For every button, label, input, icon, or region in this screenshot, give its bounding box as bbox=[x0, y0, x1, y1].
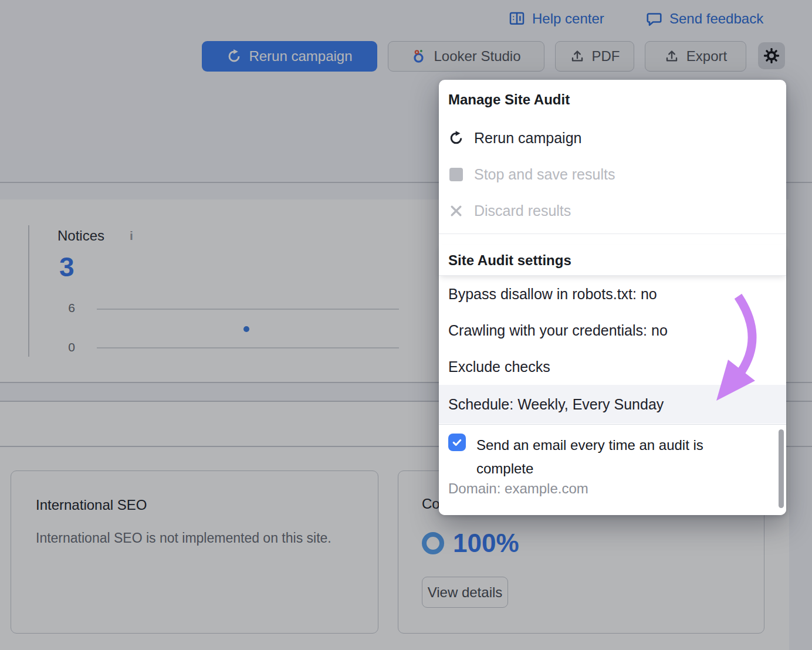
menu-item-stop-save[interactable]: Stop and save results bbox=[439, 157, 786, 191]
setting-row-schedule[interactable]: Schedule: Weekly, Every Sunday bbox=[439, 385, 786, 424]
setting-row-bypass-robots[interactable]: Bypass disallow in robots.txt: no bbox=[439, 276, 786, 312]
setting-label: Bypass disallow in robots.txt: no bbox=[448, 286, 657, 303]
menu-item-label: Rerun campaign bbox=[474, 130, 581, 147]
menu-item-label: Discard results bbox=[474, 202, 571, 219]
menu-item-discard[interactable]: Discard results bbox=[439, 194, 786, 228]
close-icon bbox=[448, 203, 464, 219]
menu-section-title: Manage Site Audit bbox=[448, 92, 570, 108]
menu-item-rerun-campaign[interactable]: Rerun campaign bbox=[439, 121, 786, 155]
settings-section-title: Site Audit settings bbox=[448, 252, 571, 269]
email-checkbox-label: Send an email every time an audit is com… bbox=[476, 434, 742, 480]
setting-label: Schedule: Weekly, Every Sunday bbox=[448, 396, 664, 413]
stop-icon bbox=[449, 168, 463, 181]
menu-scrollbar-thumb[interactable] bbox=[779, 429, 784, 508]
setting-row-credentials[interactable]: Crawling with your credentials: no bbox=[439, 312, 786, 348]
menu-divider bbox=[439, 233, 786, 234]
manage-site-audit-menu: Manage Site Audit Rerun campaign Stop an… bbox=[439, 80, 786, 515]
refresh-icon bbox=[448, 130, 464, 146]
settings-section-header: Site Audit settings bbox=[439, 245, 786, 276]
setting-label: Exclude checks bbox=[448, 358, 550, 375]
setting-row-exclude-checks[interactable]: Exclude checks bbox=[439, 348, 786, 385]
check-icon bbox=[451, 436, 463, 448]
email-settings-section: Send an email every time an audit is com… bbox=[439, 424, 786, 515]
menu-item-label: Stop and save results bbox=[474, 166, 615, 183]
domain-label: Domain: example.com bbox=[448, 480, 588, 497]
email-checkbox[interactable] bbox=[448, 434, 466, 451]
setting-label: Crawling with your credentials: no bbox=[448, 322, 668, 339]
